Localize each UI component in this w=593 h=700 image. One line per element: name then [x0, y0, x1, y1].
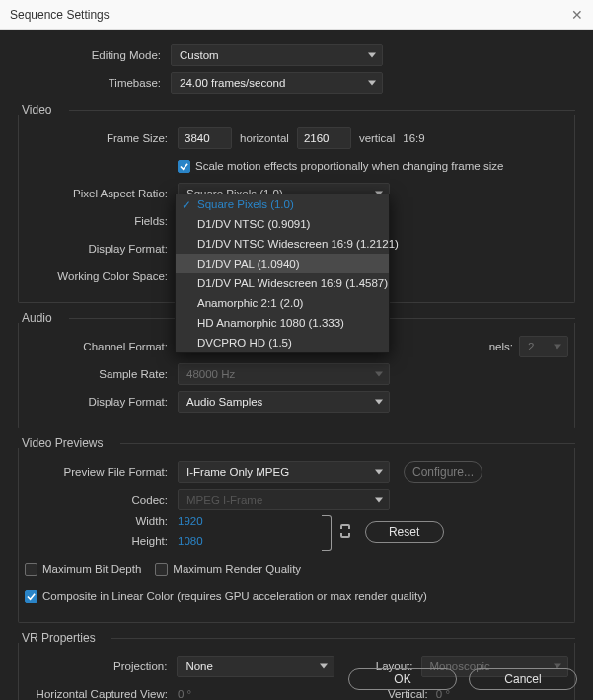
codec-label: Codec: — [25, 494, 178, 506]
max-bit-depth-label: Maximum Bit Depth — [42, 563, 141, 575]
channels-select[interactable]: 2 — [519, 336, 568, 357]
preview-width-label: Width: — [25, 515, 178, 527]
pixel-aspect-option[interactable]: HD Anamorphic 1080 (1.333) — [176, 313, 389, 333]
window-title: Sequence Settings — [10, 8, 110, 22]
pixel-aspect-option[interactable]: DVCPRO HD (1.5) — [176, 333, 389, 352]
working-color-space-label: Working Color Space: — [25, 271, 178, 282]
preview-file-format-label: Preview File Format: — [25, 466, 178, 478]
titlebar: Sequence Settings ✕ — [0, 0, 593, 30]
codec-select: MPEG I-Frame — [178, 489, 390, 510]
pixel-aspect-option[interactable]: Square Pixels (1.0) — [176, 194, 389, 214]
channel-format-label: Channel Format: — [25, 341, 178, 352]
composite-linear-label: Composite in Linear Color (requires GPU … — [42, 590, 427, 602]
scale-motion-checkbox[interactable] — [178, 160, 190, 173]
configure-button: Configure... — [404, 461, 482, 483]
pixel-aspect-option[interactable]: D1/DV NTSC (0.9091) — [176, 214, 389, 234]
link-bracket-icon — [322, 515, 332, 551]
close-icon[interactable]: ✕ — [571, 7, 583, 23]
preview-height-value[interactable]: 1080 — [178, 535, 203, 547]
projection-select[interactable]: None — [177, 656, 334, 677]
video-display-format-label: Display Format: — [25, 243, 178, 255]
horizontal-label: horizontal — [240, 132, 289, 144]
editing-mode-select[interactable]: Custom — [171, 44, 383, 66]
audio-display-format-select[interactable]: Audio Samples — [178, 391, 390, 413]
preview-width-value[interactable]: 1920 — [178, 515, 203, 527]
frame-size-label: Frame Size: — [25, 132, 178, 144]
timebase-label: Timebase: — [18, 77, 171, 89]
channels-label: nels: — [489, 341, 513, 352]
fields-label: Fields: — [25, 215, 178, 227]
max-render-quality-label: Maximum Render Quality — [173, 563, 301, 575]
reset-button[interactable]: Reset — [365, 521, 444, 543]
projection-label: Projection: — [25, 661, 177, 672]
link-icon[interactable] — [339, 523, 351, 542]
scale-motion-label: Scale motion effects proportionally when… — [195, 160, 503, 172]
preview-height-label: Height: — [25, 535, 178, 547]
pixel-aspect-option[interactable]: Anamorphic 2:1 (2.0) — [176, 293, 389, 313]
hcv-label: Horizontal Captured View: — [25, 688, 178, 700]
aspect-ratio-readout: 16:9 — [403, 132, 424, 144]
sample-rate-select[interactable]: 48000 Hz — [178, 363, 390, 385]
hcv-value: 0 ° — [178, 688, 191, 700]
max-render-quality-checkbox[interactable] — [155, 563, 168, 576]
pixel-aspect-option[interactable]: D1/DV PAL Widescreen 16:9 (1.4587) — [176, 273, 389, 293]
pixel-aspect-label: Pixel Aspect Ratio: — [25, 188, 178, 199]
cancel-button[interactable]: Cancel — [469, 668, 577, 690]
sample-rate-label: Sample Rate: — [25, 368, 178, 380]
vertical-label: vertical — [359, 132, 395, 144]
preview-file-format-select[interactable]: I-Frame Only MPEG — [178, 461, 390, 483]
audio-display-format-label: Display Format: — [25, 396, 178, 408]
frame-height-input[interactable] — [297, 127, 351, 149]
frame-width-input[interactable] — [178, 127, 232, 149]
pixel-aspect-option[interactable]: D1/DV PAL (1.0940) — [176, 254, 389, 273]
timebase-select[interactable]: 24.00 frames/second — [171, 72, 383, 94]
pixel-aspect-dropdown[interactable]: Square Pixels (1.0) D1/DV NTSC (0.9091) … — [175, 194, 390, 353]
max-bit-depth-checkbox[interactable] — [25, 563, 37, 576]
composite-linear-checkbox[interactable] — [25, 590, 37, 603]
ok-button[interactable]: OK — [348, 668, 457, 690]
editing-mode-label: Editing Mode: — [18, 49, 171, 61]
pixel-aspect-option[interactable]: D1/DV NTSC Widescreen 16:9 (1.2121) — [176, 234, 389, 254]
